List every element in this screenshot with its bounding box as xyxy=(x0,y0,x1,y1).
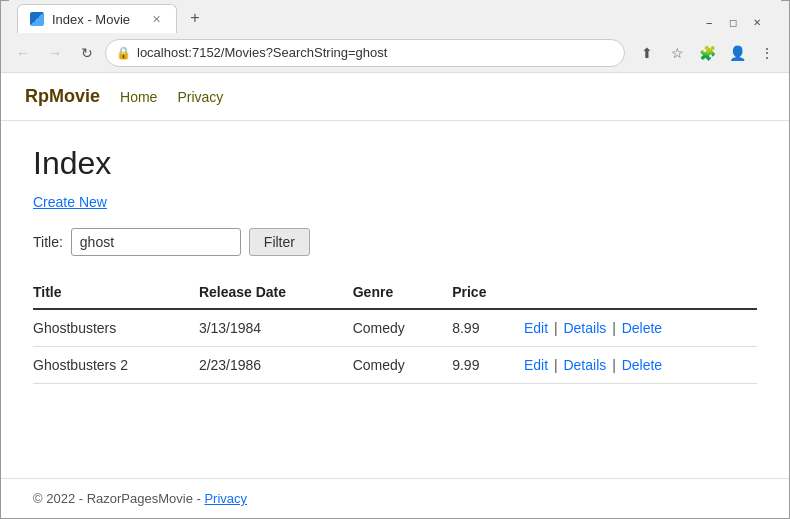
browser-toolbar-icons: ⬆ ☆ 🧩 👤 ⋮ xyxy=(633,39,781,67)
col-actions xyxy=(524,276,757,309)
sep1: | xyxy=(554,357,562,373)
forward-button[interactable]: → xyxy=(41,39,69,67)
delete-link[interactable]: Delete xyxy=(622,357,662,373)
cell-genre: Comedy xyxy=(353,309,452,347)
footer-privacy-link[interactable]: Privacy xyxy=(204,491,247,506)
back-button[interactable]: ← xyxy=(9,39,37,67)
bookmark-icon[interactable]: ☆ xyxy=(663,39,691,67)
details-link[interactable]: Details xyxy=(563,357,606,373)
edit-link[interactable]: Edit xyxy=(524,357,548,373)
profile-icon[interactable]: 👤 xyxy=(723,39,751,67)
site-nav: RpMovie Home Privacy xyxy=(1,73,789,121)
address-text: localhost:7152/Movies?SearchString=ghost xyxy=(137,45,614,60)
cell-genre: Comedy xyxy=(353,347,452,384)
extension-icon[interactable]: 🧩 xyxy=(693,39,721,67)
nav-privacy[interactable]: Privacy xyxy=(177,89,223,105)
sep1: | xyxy=(554,320,562,336)
cell-actions: Edit | Details | Delete xyxy=(524,309,757,347)
footer-copyright: © 2022 - RazorPagesMovie - xyxy=(33,491,201,506)
cell-release-date: 2/23/1986 xyxy=(199,347,353,384)
tab-close-button[interactable]: ✕ xyxy=(148,11,164,27)
title-bar: Index - Movie ✕ + ‒ ◻ ✕ xyxy=(1,1,789,33)
filter-title-label: Title: xyxy=(33,234,63,250)
sep2: | xyxy=(612,320,620,336)
menu-icon[interactable]: ⋮ xyxy=(753,39,781,67)
browser-window: Index - Movie ✕ + ‒ ◻ ✕ ← → ↻ 🔒 localhos… xyxy=(0,0,790,519)
active-tab[interactable]: Index - Movie ✕ xyxy=(17,4,177,34)
new-tab-button[interactable]: + xyxy=(181,4,209,32)
filter-form: Title: Filter xyxy=(33,228,757,256)
cell-release-date: 3/13/1984 xyxy=(199,309,353,347)
col-title: Title xyxy=(33,276,199,309)
site-footer: © 2022 - RazorPagesMovie - Privacy xyxy=(1,478,789,518)
window-maximize-button[interactable]: ◻ xyxy=(725,14,741,30)
page-title: Index xyxy=(33,145,757,182)
cell-title: Ghostbusters xyxy=(33,309,199,347)
share-icon[interactable]: ⬆ xyxy=(633,39,661,67)
tab-bar: Index - Movie ✕ + ‒ ◻ ✕ xyxy=(9,0,781,34)
address-bar: ← → ↻ 🔒 localhost:7152/Movies?SearchStri… xyxy=(1,33,789,73)
edit-link[interactable]: Edit xyxy=(524,320,548,336)
col-genre: Genre xyxy=(353,276,452,309)
main-content: Index Create New Title: Filter Title Rel… xyxy=(1,121,789,478)
refresh-button[interactable]: ↻ xyxy=(73,39,101,67)
site-brand[interactable]: RpMovie xyxy=(25,86,100,107)
tab-favicon xyxy=(30,12,44,26)
table-row: Ghostbusters 3/13/1984 Comedy 8.99 Edit … xyxy=(33,309,757,347)
filter-button[interactable]: Filter xyxy=(249,228,310,256)
create-new-link[interactable]: Create New xyxy=(33,194,107,210)
page-area: RpMovie Home Privacy Index Create New Ti… xyxy=(1,73,789,518)
movies-table: Title Release Date Genre Price Ghostbust… xyxy=(33,276,757,384)
lock-icon: 🔒 xyxy=(116,46,131,60)
window-close-button[interactable]: ✕ xyxy=(749,14,765,30)
filter-input[interactable] xyxy=(71,228,241,256)
sep2: | xyxy=(612,357,620,373)
delete-link[interactable]: Delete xyxy=(622,320,662,336)
details-link[interactable]: Details xyxy=(563,320,606,336)
table-row: Ghostbusters 2 2/23/1986 Comedy 9.99 Edi… xyxy=(33,347,757,384)
cell-price: 8.99 xyxy=(452,309,524,347)
cell-price: 9.99 xyxy=(452,347,524,384)
window-minimize-button[interactable]: ‒ xyxy=(701,14,717,30)
cell-actions: Edit | Details | Delete xyxy=(524,347,757,384)
col-release-date: Release Date xyxy=(199,276,353,309)
address-bar-input[interactable]: 🔒 localhost:7152/Movies?SearchString=gho… xyxy=(105,39,625,67)
cell-title: Ghostbusters 2 xyxy=(33,347,199,384)
col-price: Price xyxy=(452,276,524,309)
nav-home[interactable]: Home xyxy=(120,89,157,105)
tab-title: Index - Movie xyxy=(52,12,130,27)
